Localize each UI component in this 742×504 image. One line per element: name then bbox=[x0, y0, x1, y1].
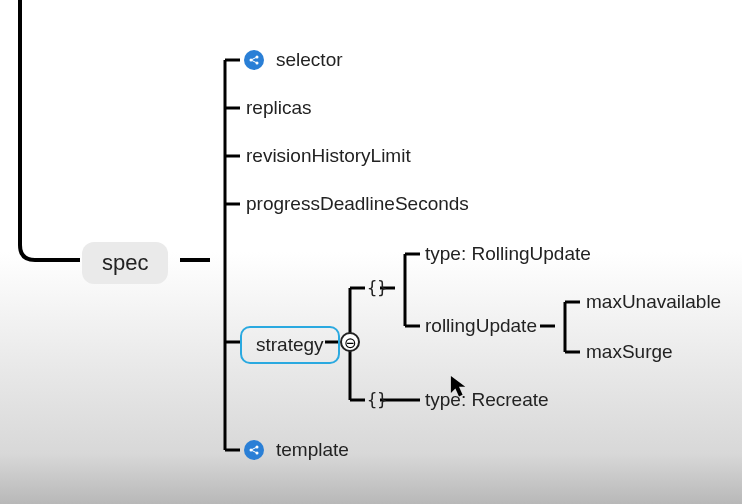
node-replicas[interactable]: replicas bbox=[246, 97, 311, 119]
object-bracket: {} bbox=[367, 390, 387, 410]
one-of-glyph: ⊖ bbox=[344, 335, 357, 350]
node-max-surge[interactable]: maxSurge bbox=[586, 341, 673, 363]
cursor-icon bbox=[450, 375, 468, 399]
share-icon bbox=[244, 50, 264, 70]
node-revision-history-limit[interactable]: revisionHistoryLimit bbox=[246, 145, 411, 167]
node-max-unavailable[interactable]: maxUnavailable bbox=[586, 291, 721, 313]
node-type-recreate[interactable]: type: Recreate bbox=[425, 389, 549, 411]
node-type-rollingupdate[interactable]: type: RollingUpdate bbox=[425, 243, 591, 265]
node-spec[interactable]: spec bbox=[82, 242, 168, 284]
node-selector[interactable]: selector bbox=[276, 49, 343, 71]
object-bracket: {} bbox=[367, 278, 387, 298]
node-label: spec bbox=[102, 250, 148, 275]
node-strategy[interactable]: strategy bbox=[240, 326, 340, 364]
node-template[interactable]: template bbox=[276, 439, 349, 461]
node-progress-deadline-seconds[interactable]: progressDeadlineSeconds bbox=[246, 193, 469, 215]
node-rolling-update[interactable]: rollingUpdate bbox=[425, 315, 537, 337]
share-icon bbox=[244, 440, 264, 460]
one-of-icon[interactable]: ⊖ bbox=[340, 332, 360, 352]
node-label: strategy bbox=[256, 334, 324, 355]
